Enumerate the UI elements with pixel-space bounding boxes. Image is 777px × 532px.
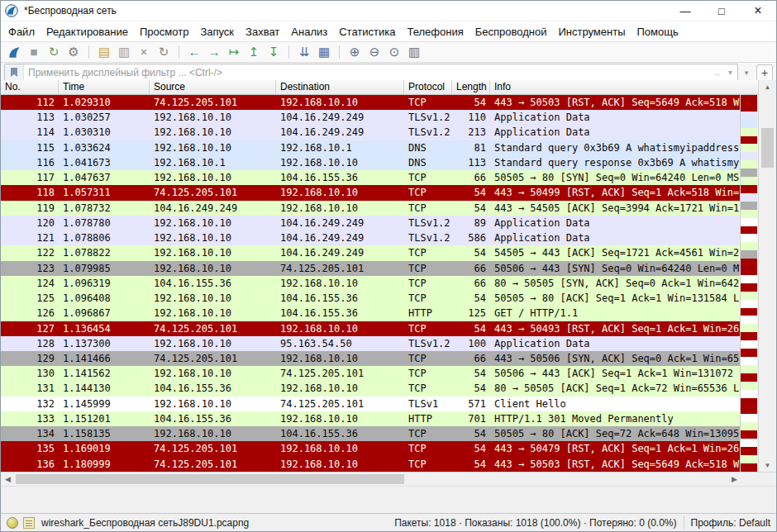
- column-header-info[interactable]: Info: [490, 80, 760, 94]
- cell-info: Client Hello: [490, 397, 741, 411]
- cell-info: 50505 → 80 [SYN] Seq=0 Win=64240 Len=0 M…: [490, 170, 741, 185]
- zoom-reset-icon[interactable]: ⊙: [385, 44, 403, 60]
- bottom-gap: [1, 486, 776, 515]
- scroll-down-icon[interactable]: ▼: [759, 458, 776, 472]
- packet-row[interactable]: 1261.096867192.168.10.10104.16.155.36HTT…: [1, 306, 741, 321]
- packet-row[interactable]: 1281.137300192.168.10.1095.163.54.50TLSv…: [1, 336, 741, 351]
- packet-row[interactable]: 1141.030310192.168.10.10104.16.249.249TL…: [1, 125, 741, 140]
- expert-info-icon[interactable]: [7, 517, 18, 529]
- save-file-icon[interactable]: ▥: [115, 44, 133, 60]
- vertical-scrollbar-thumb[interactable]: [761, 128, 774, 168]
- go-last-icon[interactable]: ↧: [265, 44, 283, 60]
- packet-row[interactable]: 1351.16901974.125.205.101192.168.10.10TC…: [1, 441, 741, 456]
- zoom-in-icon[interactable]: ⊕: [346, 44, 364, 60]
- minimap-stripe: [741, 177, 757, 185]
- filter-add-button[interactable]: +: [756, 64, 773, 81]
- restart-capture-icon[interactable]: ↻: [45, 44, 63, 60]
- minimap-stripe: [741, 112, 757, 120]
- column-header-time[interactable]: Time: [59, 80, 150, 94]
- column-header-protocol[interactable]: Protocol: [404, 80, 452, 94]
- cell-length: 66: [452, 261, 490, 276]
- cell-destination: 74.125.205.101: [276, 397, 404, 411]
- menu-item[interactable]: Редактирование: [46, 26, 128, 38]
- packet-row[interactable]: 1251.096408192.168.10.10104.16.155.36TCP…: [1, 291, 741, 306]
- packet-row[interactable]: 1341.158135192.168.10.10104.16.155.36TCP…: [1, 426, 741, 441]
- display-filter-input[interactable]: Применить дисплейный фильтр ... <Ctrl-/>…: [4, 64, 738, 82]
- menu-item[interactable]: Файл: [8, 26, 35, 38]
- cell-no: 125: [1, 291, 59, 306]
- packet-row[interactable]: 1171.047637192.168.10.10104.16.155.36TCP…: [1, 170, 741, 185]
- cell-source: 74.125.205.101: [150, 457, 276, 472]
- menu-item[interactable]: Беспроводной: [475, 26, 547, 38]
- scroll-up-icon[interactable]: ▲: [759, 80, 776, 93]
- go-first-icon[interactable]: ↥: [245, 44, 263, 60]
- cell-protocol: TCP: [404, 185, 452, 200]
- column-header-no[interactable]: No.: [1, 80, 59, 94]
- packet-minimap[interactable]: [740, 95, 757, 472]
- menu-item[interactable]: Запуск: [200, 26, 234, 38]
- column-header-length[interactable]: Length: [452, 80, 490, 94]
- horizontal-scrollbar[interactable]: ◀ ▶: [1, 472, 741, 486]
- capture-options-icon[interactable]: ⚙: [64, 44, 83, 60]
- cell-length: 125: [452, 306, 490, 321]
- menu-item[interactable]: Захват: [245, 26, 279, 38]
- go-to-packet-icon[interactable]: ↦: [225, 44, 243, 60]
- filter-expression-dropdown-icon[interactable]: ▾: [741, 65, 752, 80]
- go-forward-icon[interactable]: →: [205, 44, 223, 60]
- resize-columns-icon[interactable]: ▥: [405, 44, 423, 60]
- cell-no: 122: [1, 245, 59, 260]
- menu-item[interactable]: Инструменты: [558, 26, 625, 38]
- open-file-icon[interactable]: ▤: [95, 44, 113, 60]
- packet-row[interactable]: 1221.078822192.168.10.10104.16.249.249TC…: [1, 245, 741, 260]
- packet-row[interactable]: 1191.078732104.16.249.249192.168.10.10TC…: [1, 201, 741, 216]
- packet-row[interactable]: 1331.151201104.16.155.36192.168.10.10HTT…: [1, 411, 741, 426]
- packet-row[interactable]: 1121.02931074.125.205.101192.168.10.10TC…: [1, 95, 741, 110]
- filter-apply-icon[interactable]: →: [712, 67, 723, 78]
- packet-row[interactable]: 1211.078806192.168.10.10104.16.249.249TL…: [1, 230, 741, 245]
- reload-file-icon[interactable]: ↻: [155, 44, 173, 60]
- minimize-button[interactable]: —: [667, 1, 703, 21]
- packet-row[interactable]: 1201.078780192.168.10.10104.16.249.249TL…: [1, 216, 741, 230]
- menu-item[interactable]: Помощь: [637, 26, 679, 38]
- menu-item[interactable]: Просмотр: [140, 26, 188, 38]
- packet-row[interactable]: 1321.145999192.168.10.1074.125.205.101TL…: [1, 397, 741, 411]
- cell-no: 117: [1, 170, 59, 185]
- vertical-scrollbar[interactable]: ▲ ▼: [758, 80, 776, 472]
- packet-row[interactable]: 1161.041673192.168.10.1192.168.10.10DNS1…: [1, 155, 741, 170]
- close-file-icon[interactable]: ×: [135, 44, 153, 60]
- start-capture-icon[interactable]: [5, 44, 23, 60]
- packet-row[interactable]: 1361.18099974.125.205.101192.168.10.10TC…: [1, 457, 741, 472]
- close-button[interactable]: ×: [740, 1, 776, 21]
- menu-item[interactable]: Статистика: [339, 26, 395, 38]
- packet-row[interactable]: 1291.14146674.125.205.101192.168.10.10TC…: [1, 351, 741, 366]
- go-back-icon[interactable]: ←: [185, 44, 203, 60]
- cell-no: 112: [1, 95, 59, 110]
- packet-row[interactable]: 1151.033624192.168.10.10192.168.10.1DNS8…: [1, 140, 741, 155]
- packet-row[interactable]: 1271.13645474.125.205.101192.168.10.10TC…: [1, 321, 741, 336]
- filter-bookmark-icon[interactable]: [5, 64, 24, 81]
- cell-info: 443 → 50503 [RST, ACK] Seq=5649 Ack=518 …: [490, 457, 741, 472]
- capture-comment-icon[interactable]: [23, 517, 35, 529]
- maximize-button[interactable]: □: [703, 1, 740, 21]
- profile-label[interactable]: Профиль: Default: [691, 517, 771, 529]
- packet-row[interactable]: 1131.030257192.168.10.10104.16.249.249TL…: [1, 110, 741, 125]
- packet-row[interactable]: 1311.144130104.16.155.36192.168.10.10TCP…: [1, 381, 741, 396]
- packet-row[interactable]: 1241.096319104.16.155.36192.168.10.10TCP…: [1, 276, 741, 291]
- cell-time: 1.078806: [59, 230, 150, 245]
- packet-row[interactable]: 1301.141562192.168.10.1074.125.205.101TC…: [1, 366, 741, 381]
- packet-row[interactable]: 1231.079985192.168.10.1074.125.205.101TC…: [1, 261, 741, 276]
- cell-source: 104.16.155.36: [150, 381, 276, 396]
- zoom-out-icon[interactable]: ⊖: [365, 44, 384, 60]
- auto-scroll-icon[interactable]: ⇊: [295, 44, 313, 60]
- cell-info: 443 → 50503 [RST, ACK] Seq=5649 Ack=518 …: [490, 95, 741, 110]
- horizontal-scrollbar-thumb[interactable]: [16, 474, 404, 484]
- filter-caret-icon[interactable]: ▾: [723, 68, 737, 77]
- packet-row[interactable]: 1181.05731174.125.205.101192.168.10.10TC…: [1, 185, 741, 200]
- menu-item[interactable]: Анализ: [291, 26, 327, 38]
- column-header-destination[interactable]: Destination: [276, 80, 404, 94]
- stop-capture-icon[interactable]: ■: [25, 44, 43, 60]
- column-header-source[interactable]: Source: [150, 80, 276, 94]
- colorize-icon[interactable]: ▦: [315, 44, 333, 60]
- menu-item[interactable]: Телефония: [407, 26, 463, 38]
- scroll-left-icon[interactable]: ◀: [1, 473, 15, 486]
